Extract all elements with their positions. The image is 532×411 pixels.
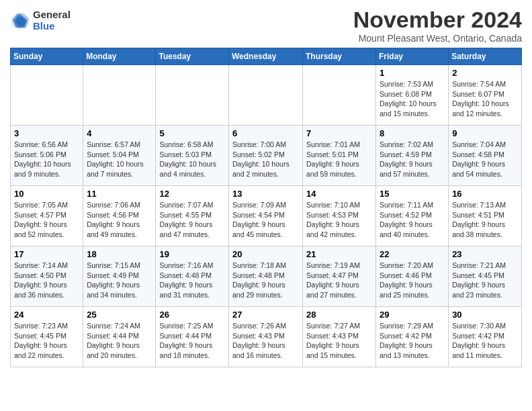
calendar-cell: 15Sunrise: 7:11 AM Sunset: 4:52 PM Dayli…	[376, 186, 449, 246]
day-number: 22	[380, 249, 445, 259]
day-info: Sunrise: 7:00 AM Sunset: 5:02 PM Dayligh…	[232, 140, 299, 179]
day-info: Sunrise: 7:15 AM Sunset: 4:49 PM Dayligh…	[87, 261, 152, 300]
day-number: 9	[452, 128, 518, 138]
day-number: 8	[380, 128, 445, 138]
calendar-cell: 13Sunrise: 7:09 AM Sunset: 4:54 PM Dayli…	[229, 186, 303, 246]
day-info: Sunrise: 7:06 AM Sunset: 4:56 PM Dayligh…	[87, 200, 152, 240]
calendar-cell: 29Sunrise: 7:29 AM Sunset: 4:42 PM Dayli…	[376, 307, 449, 367]
calendar-cell: 6Sunrise: 7:00 AM Sunset: 5:02 PM Daylig…	[229, 126, 303, 186]
calendar-table: SundayMondayTuesdayWednesdayThursdayFrid…	[10, 48, 522, 367]
weekday-header-cell: Monday	[83, 48, 156, 65]
day-info: Sunrise: 7:10 AM Sunset: 4:53 PM Dayligh…	[306, 200, 372, 240]
calendar-body: 1Sunrise: 7:53 AM Sunset: 6:08 PM Daylig…	[11, 65, 522, 367]
day-number: 3	[14, 128, 79, 138]
day-number: 13	[232, 189, 299, 199]
day-number: 4	[87, 128, 152, 138]
calendar-cell: 10Sunrise: 7:05 AM Sunset: 4:57 PM Dayli…	[11, 186, 83, 246]
day-number: 27	[232, 310, 299, 320]
day-info: Sunrise: 6:56 AM Sunset: 5:06 PM Dayligh…	[14, 140, 79, 179]
calendar-cell: 14Sunrise: 7:10 AM Sunset: 4:53 PM Dayli…	[303, 186, 376, 246]
day-number: 20	[232, 249, 299, 259]
calendar-cell: 20Sunrise: 7:18 AM Sunset: 4:48 PM Dayli…	[229, 246, 303, 307]
day-number: 5	[159, 128, 225, 138]
calendar-cell: 1Sunrise: 7:53 AM Sunset: 6:08 PM Daylig…	[376, 65, 449, 126]
weekday-header-row: SundayMondayTuesdayWednesdayThursdayFrid…	[11, 48, 522, 65]
calendar-week-row: 1Sunrise: 7:53 AM Sunset: 6:08 PM Daylig…	[11, 65, 522, 126]
calendar-cell	[11, 65, 83, 126]
calendar-cell: 21Sunrise: 7:19 AM Sunset: 4:47 PM Dayli…	[303, 246, 376, 307]
logo-blue: Blue	[33, 21, 71, 32]
day-number: 19	[159, 249, 225, 259]
day-number: 18	[87, 249, 152, 259]
calendar-cell: 7Sunrise: 7:01 AM Sunset: 5:01 PM Daylig…	[303, 126, 376, 186]
calendar-cell: 28Sunrise: 7:27 AM Sunset: 4:43 PM Dayli…	[303, 307, 376, 367]
day-number: 28	[306, 310, 372, 320]
calendar-cell	[303, 65, 376, 126]
day-info: Sunrise: 7:04 AM Sunset: 4:58 PM Dayligh…	[452, 140, 518, 179]
day-info: Sunrise: 7:26 AM Sunset: 4:43 PM Dayligh…	[232, 321, 299, 361]
day-info: Sunrise: 7:23 AM Sunset: 4:45 PM Dayligh…	[14, 321, 79, 361]
weekday-header-cell: Saturday	[449, 48, 522, 65]
day-info: Sunrise: 7:25 AM Sunset: 4:44 PM Dayligh…	[159, 321, 225, 361]
day-number: 10	[14, 189, 79, 199]
calendar-week-row: 10Sunrise: 7:05 AM Sunset: 4:57 PM Dayli…	[11, 186, 522, 246]
weekday-header-cell: Wednesday	[229, 48, 303, 65]
calendar-week-row: 17Sunrise: 7:14 AM Sunset: 4:50 PM Dayli…	[11, 246, 522, 307]
weekday-header-cell: Tuesday	[156, 48, 229, 65]
calendar-cell: 12Sunrise: 7:07 AM Sunset: 4:55 PM Dayli…	[156, 186, 229, 246]
calendar-cell: 26Sunrise: 7:25 AM Sunset: 4:44 PM Dayli…	[156, 307, 229, 367]
calendar-cell: 8Sunrise: 7:02 AM Sunset: 4:59 PM Daylig…	[376, 126, 449, 186]
day-info: Sunrise: 7:20 AM Sunset: 4:46 PM Dayligh…	[380, 261, 445, 300]
day-info: Sunrise: 7:01 AM Sunset: 5:01 PM Dayligh…	[306, 140, 372, 179]
logo: General Blue	[10, 9, 71, 32]
day-info: Sunrise: 7:16 AM Sunset: 4:48 PM Dayligh…	[159, 261, 225, 300]
day-info: Sunrise: 7:19 AM Sunset: 4:47 PM Dayligh…	[306, 261, 372, 300]
day-number: 7	[306, 128, 372, 138]
calendar-cell: 19Sunrise: 7:16 AM Sunset: 4:48 PM Dayli…	[156, 246, 229, 307]
day-info: Sunrise: 6:58 AM Sunset: 5:03 PM Dayligh…	[159, 140, 225, 179]
calendar-cell	[156, 65, 229, 126]
calendar-cell: 27Sunrise: 7:26 AM Sunset: 4:43 PM Dayli…	[229, 307, 303, 367]
calendar-cell: 30Sunrise: 7:30 AM Sunset: 4:42 PM Dayli…	[449, 307, 522, 367]
day-number: 14	[306, 189, 372, 199]
day-number: 1	[380, 68, 445, 78]
day-info: Sunrise: 7:21 AM Sunset: 4:45 PM Dayligh…	[452, 261, 518, 300]
weekday-header-cell: Sunday	[11, 48, 83, 65]
day-number: 6	[232, 128, 299, 138]
calendar-cell: 4Sunrise: 6:57 AM Sunset: 5:04 PM Daylig…	[83, 126, 156, 186]
calendar-cell	[229, 65, 303, 126]
title-area: November 2024 Mount Pleasant West, Ontar…	[353, 7, 522, 44]
day-info: Sunrise: 6:57 AM Sunset: 5:04 PM Dayligh…	[87, 140, 152, 179]
calendar-cell: 18Sunrise: 7:15 AM Sunset: 4:49 PM Dayli…	[83, 246, 156, 307]
day-number: 11	[87, 189, 152, 199]
calendar-cell: 5Sunrise: 6:58 AM Sunset: 5:03 PM Daylig…	[156, 126, 229, 186]
day-number: 30	[452, 310, 518, 320]
day-info: Sunrise: 7:29 AM Sunset: 4:42 PM Dayligh…	[380, 321, 445, 361]
day-number: 2	[452, 68, 518, 78]
day-info: Sunrise: 7:53 AM Sunset: 6:08 PM Dayligh…	[380, 79, 445, 119]
day-number: 17	[14, 249, 79, 259]
day-number: 29	[380, 310, 445, 320]
weekday-header-cell: Thursday	[303, 48, 376, 65]
day-number: 16	[452, 189, 518, 199]
day-info: Sunrise: 7:30 AM Sunset: 4:42 PM Dayligh…	[452, 321, 518, 361]
day-info: Sunrise: 7:27 AM Sunset: 4:43 PM Dayligh…	[306, 321, 372, 361]
logo-general: General	[33, 9, 71, 21]
day-info: Sunrise: 7:14 AM Sunset: 4:50 PM Dayligh…	[14, 261, 79, 300]
day-info: Sunrise: 7:11 AM Sunset: 4:52 PM Dayligh…	[380, 200, 445, 240]
calendar-cell	[83, 65, 156, 126]
calendar-cell: 16Sunrise: 7:13 AM Sunset: 4:51 PM Dayli…	[449, 186, 522, 246]
day-number: 26	[159, 310, 225, 320]
day-info: Sunrise: 7:13 AM Sunset: 4:51 PM Dayligh…	[452, 200, 518, 240]
month-title: November 2024	[353, 7, 522, 33]
day-number: 23	[452, 249, 518, 259]
calendar-week-row: 3Sunrise: 6:56 AM Sunset: 5:06 PM Daylig…	[11, 126, 522, 186]
calendar-cell: 25Sunrise: 7:24 AM Sunset: 4:44 PM Dayli…	[83, 307, 156, 367]
day-number: 21	[306, 249, 372, 259]
calendar-cell: 17Sunrise: 7:14 AM Sunset: 4:50 PM Dayli…	[11, 246, 83, 307]
day-info: Sunrise: 7:54 AM Sunset: 6:07 PM Dayligh…	[452, 79, 518, 119]
calendar-cell: 3Sunrise: 6:56 AM Sunset: 5:06 PM Daylig…	[11, 126, 83, 186]
day-info: Sunrise: 7:07 AM Sunset: 4:55 PM Dayligh…	[159, 200, 225, 240]
day-info: Sunrise: 7:18 AM Sunset: 4:48 PM Dayligh…	[232, 261, 299, 300]
calendar-week-row: 24Sunrise: 7:23 AM Sunset: 4:45 PM Dayli…	[11, 307, 522, 367]
